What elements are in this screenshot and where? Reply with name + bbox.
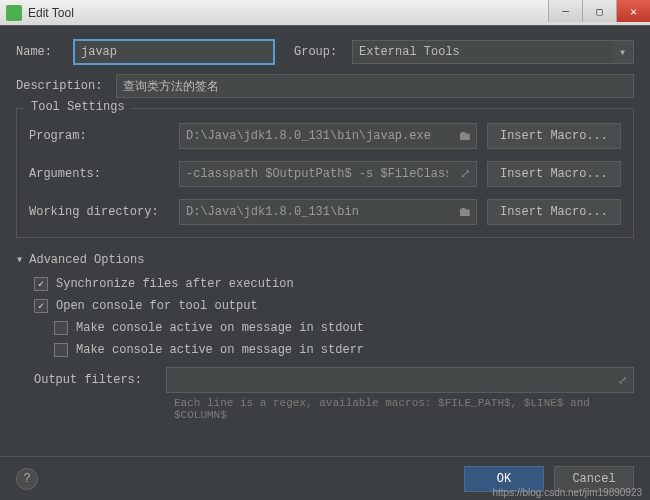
folder-icon[interactable]: 🖿 — [458, 129, 471, 144]
open-console-checkbox[interactable]: ✓ — [34, 299, 48, 313]
workdir-input[interactable] — [179, 199, 477, 225]
window-title: Edit Tool — [28, 6, 548, 20]
sync-label: Synchronize files after execution — [56, 277, 294, 291]
folder-icon[interactable]: 🖿 — [458, 205, 471, 220]
group-select[interactable] — [352, 40, 612, 64]
tool-settings-title: Tool Settings — [25, 100, 131, 114]
description-label: Description: — [16, 79, 106, 93]
workdir-label: Working directory: — [29, 205, 169, 219]
output-filters-hint: Each line is a regex, available macros: … — [174, 397, 634, 421]
titlebar: Edit Tool — ▢ ✕ — [0, 0, 650, 26]
chevron-down-icon: ▾ — [16, 252, 23, 267]
advanced-options-toggle[interactable]: ▾ Advanced Options — [16, 252, 634, 267]
description-input[interactable] — [116, 74, 634, 98]
watermark: https://blog.csdn.net/jim19890923 — [492, 487, 642, 498]
insert-macro-program-button[interactable]: Insert Macro... — [487, 123, 621, 149]
maximize-button[interactable]: ▢ — [582, 0, 616, 22]
program-label: Program: — [29, 129, 169, 143]
help-button[interactable]: ? — [16, 468, 38, 490]
open-console-label: Open console for tool output — [56, 299, 258, 313]
app-icon — [6, 5, 22, 21]
output-filters-input[interactable]: ⤢ — [166, 367, 634, 393]
window-controls: — ▢ ✕ — [548, 0, 650, 25]
insert-macro-workdir-button[interactable]: Insert Macro... — [487, 199, 621, 225]
program-input[interactable] — [179, 123, 477, 149]
stderr-checkbox[interactable] — [54, 343, 68, 357]
arguments-input[interactable] — [179, 161, 477, 187]
tool-settings-group: Tool Settings Program: 🖿 Insert Macro...… — [16, 108, 634, 238]
advanced-options-title: Advanced Options — [29, 253, 144, 267]
stdout-label: Make console active on message in stdout — [76, 321, 364, 335]
name-label: Name: — [16, 45, 64, 59]
stdout-checkbox[interactable] — [54, 321, 68, 335]
insert-macro-arguments-button[interactable]: Insert Macro... — [487, 161, 621, 187]
sync-checkbox[interactable]: ✓ — [34, 277, 48, 291]
close-button[interactable]: ✕ — [616, 0, 650, 22]
expand-icon[interactable]: ⤢ — [618, 374, 627, 387]
minimize-button[interactable]: — — [548, 0, 582, 22]
group-label: Group: — [294, 45, 342, 59]
arguments-label: Arguments: — [29, 167, 169, 181]
name-input[interactable] — [74, 40, 274, 64]
stderr-label: Make console active on message in stderr — [76, 343, 364, 357]
expand-icon[interactable]: ⤢ — [460, 166, 471, 182]
output-filters-label: Output filters: — [34, 373, 156, 387]
chevron-down-icon[interactable]: ▾ — [612, 40, 634, 64]
